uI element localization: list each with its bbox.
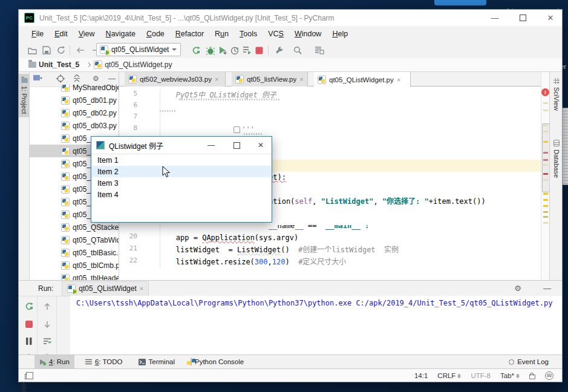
stripe-mark[interactable] [543,141,548,143]
title-bar[interactable]: PC Unit_Test_5 [C:\apk\2019_4\Unit_Test_… [19,10,562,26]
stripe-mark[interactable] [543,159,548,161]
scroll-up-icon[interactable] [42,301,53,312]
list-item-item-3[interactable]: Item 3 [92,177,271,189]
close-button[interactable]: ✕ [540,10,561,25]
profiler-icon[interactable] [229,44,241,56]
toggle-toolwindows-icon[interactable] [26,372,33,379]
tree-item-qt05_db03py[interactable]: qt05_db03.py [30,119,119,132]
qlistwidget-dialog[interactable]: QListwidget 例子 — ✕ Item 1Item 2Item 3Ite… [91,136,272,223]
stripe-mark[interactable] [543,205,548,207]
sidebar-tab-project[interactable]: 1: Project [19,74,30,117]
hide-run-panel-icon[interactable]: — [543,284,551,293]
menu-item-run[interactable]: Run [209,28,234,40]
close-icon[interactable] [140,286,143,292]
back-icon[interactable] [74,44,87,56]
dialog-minimize-button[interactable]: — [201,137,221,154]
toolwindow-tab-python-console[interactable]: Python Console [186,355,249,368]
toolwindow-tab-6-todo[interactable]: 6: TODO [80,355,128,368]
tree-item-qt05_db02py[interactable]: qt05_db02.py [30,106,119,119]
code-line-6[interactable]: 6 [119,101,541,113]
minimize-button[interactable]: — [485,10,505,25]
inspections-hector-icon[interactable] [545,371,553,380]
stripe-mark[interactable] [543,179,548,181]
code-line-22[interactable]: 22 listWidget.resize(300,120) #定义尺寸大小 [119,256,541,268]
maximize-button[interactable] [512,10,533,25]
stripe-mark[interactable] [543,173,548,175]
event-log-button[interactable]: Event Log [509,358,562,365]
menu-item-tools[interactable]: Tools [234,28,263,40]
list-item-item-2[interactable]: Item 2 [92,166,271,177]
tree-item-qt05_db01py[interactable]: qt05_db01.py [30,94,119,106]
readonly-lock-icon[interactable] [529,374,535,379]
save-icon[interactable] [41,44,53,56]
view-mode-icon[interactable] [33,74,43,82]
sidebar-tab-sciview[interactable]: SciView [550,78,563,111]
close-icon[interactable] [299,76,303,82]
run-settings-gear-icon[interactable]: ⚙ [514,284,521,293]
toolwindow-tab-4-run[interactable]: 4: Run [34,355,74,368]
error-stripe[interactable] [541,72,549,280]
close-icon[interactable] [397,77,400,83]
sidebar-tab-database[interactable]: Database [550,140,563,178]
run-dashboard-icon[interactable] [241,44,253,56]
stripe-mark[interactable] [543,199,548,201]
error-count-icon[interactable]: ! [541,88,549,96]
stop-process-icon[interactable] [24,319,34,330]
list-item-item-4[interactable]: Item 4 [92,189,271,200]
run-configuration-select[interactable]: qt05_QListWidget [96,43,181,56]
fold-marker-icon[interactable] [233,126,240,133]
tree-item-qt05_qstacked[interactable]: qt05_QStacked [30,221,119,234]
hide-panel-icon[interactable]: — [108,74,116,83]
code-line-8[interactable]: 8 ''' [119,124,541,136]
menu-item-code[interactable]: Code [141,28,170,40]
dialog-title-bar[interactable]: QListwidget 例子 — ✕ [91,137,272,154]
tree-item-qt05_tblbasicp[interactable]: qt05_tblBasic.p [30,246,119,259]
dialog-maximize-button[interactable] [227,137,246,154]
stripe-mark[interactable] [543,216,548,218]
run-with-coverage-icon[interactable] [217,44,229,56]
wrench-icon[interactable] [273,44,286,56]
collapse-all-icon[interactable] [73,74,81,82]
stripe-mark[interactable] [543,125,548,126]
menu-item-window[interactable]: Window [289,28,327,40]
scroll-down-icon[interactable] [42,319,53,330]
menu-item-edit[interactable]: Edit [49,28,73,40]
soft-wrap-icon[interactable] [42,336,53,347]
rerun-icon[interactable] [190,44,202,56]
dialog-close-button[interactable]: ✕ [251,137,270,154]
run-console[interactable]: C:\Users\tssh\AppData\Local\Programs\Pyt… [70,296,562,354]
stop-icon[interactable] [253,44,265,56]
tree-item-mysharedobje[interactable]: MySharedObje [30,85,119,94]
tree-item-qt05_qtabwid[interactable]: qt05_QTabWid [30,234,119,246]
toolwindow-tab-terminal[interactable]: Terminal [134,355,180,368]
rerun-process-icon[interactable] [24,301,34,312]
stripe-mark[interactable] [543,131,548,132]
stripe-mark[interactable] [543,222,548,224]
stripe-mark[interactable] [543,109,548,111]
gear-icon[interactable]: ⚙ [93,74,99,83]
indent-style-select[interactable]: Tab* [500,372,520,379]
caret-position[interactable]: 14:1 [414,372,428,379]
sync-icon[interactable] [55,44,67,56]
stripe-mark[interactable] [543,164,548,166]
search-icon[interactable] [292,44,304,56]
breadcrumb-root[interactable]: Unit_Test_5 [39,60,79,69]
menu-item-vcs[interactable]: VCS [263,28,289,40]
menu-item-help[interactable]: Help [327,28,353,40]
menu-item-navigate[interactable]: Navigate [100,28,141,40]
breadcrumb-file[interactable]: qt05_QListWidget.py [105,60,172,69]
tree-item-qt05_tblheade[interactable]: qt05_tblHeade [30,272,119,280]
open-folder-icon[interactable] [26,44,38,56]
menu-item-file[interactable]: File [26,28,49,40]
run-console-tab[interactable]: qt05_QListWidget [62,281,149,296]
menu-item-refactor[interactable]: Refactor [170,28,209,40]
stripe-mark[interactable] [543,152,548,154]
editor-tab-qt502_webviewjs03py[interactable]: qt502_webviewJs03.py [125,72,226,87]
tree-item-qt05_tblcmbpy[interactable]: qt05_tblCmb.py [30,259,119,272]
stripe-mark[interactable] [543,102,548,104]
code-line-7[interactable]: 7 [119,113,541,124]
close-icon[interactable] [215,76,218,82]
stripe-mark[interactable] [543,211,548,213]
code-line-21[interactable]: 21 listWidget = ListWidget() #创建一个listWi… [119,244,541,256]
menu-item-view[interactable]: View [73,28,100,40]
